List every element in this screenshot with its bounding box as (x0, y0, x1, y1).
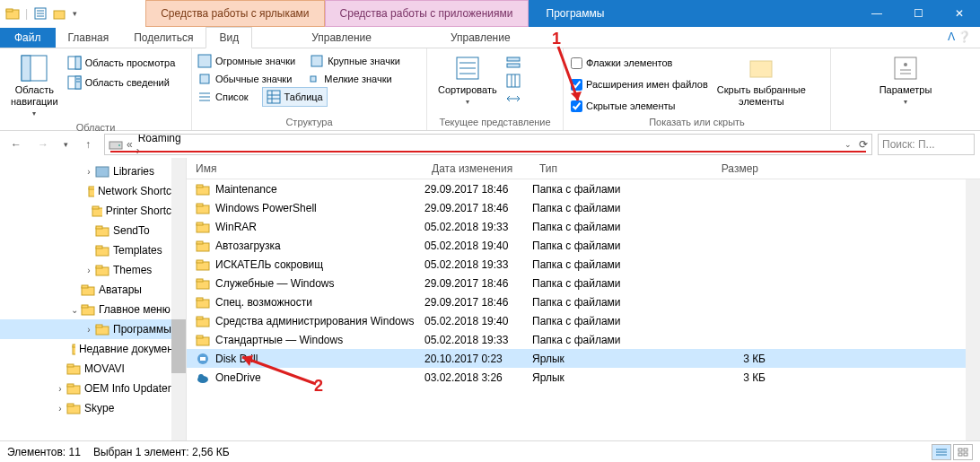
nav-pane-button[interactable]: Область навигации ▾ (7, 52, 62, 120)
row-type: Папка с файлами (532, 183, 649, 196)
expand-icon[interactable]: › (83, 325, 95, 335)
tab-home[interactable]: Главная (56, 28, 122, 48)
expand-icon[interactable]: › (83, 167, 95, 177)
tree-scrollbar[interactable] (171, 158, 186, 440)
subtab-manage-2[interactable]: Управление (424, 28, 538, 48)
context-tab-apps[interactable]: Средства работы с приложениями (325, 0, 529, 27)
group-by-icon[interactable] (506, 56, 521, 70)
status-selection: Выбран 1 элемент: 2,56 КБ (93, 446, 230, 458)
tree-item[interactable]: ›Themes (0, 260, 186, 280)
list-row[interactable]: Спец. возможности29.09.2017 18:46Папка с… (187, 292, 980, 311)
layout-table[interactable]: Таблица (263, 88, 327, 106)
list-row[interactable]: Стандартные — Windows05.02.2018 19:33Пап… (187, 330, 980, 349)
ribbon-toggle-icon[interactable]: ᐱ ❔ (948, 31, 971, 43)
list-row[interactable]: WinRAR05.02.2018 19:33Папка с файлами (187, 217, 980, 236)
huge-icons-icon (197, 54, 212, 68)
list-row[interactable]: Maintenance29.09.2017 18:46Папка с файла… (187, 179, 980, 198)
hide-selected-button[interactable]: Скрыть выбранные элементы (713, 52, 809, 109)
tree-item[interactable]: SendTo (0, 221, 186, 240)
svg-rect-87 (200, 357, 206, 361)
options-icon (891, 54, 920, 83)
column-headers[interactable]: Имя Дата изменения Тип Размер (187, 158, 980, 179)
list-row[interactable]: Автозагрузка05.02.2018 19:40Папка с файл… (187, 236, 980, 255)
tree-item[interactable]: ⌄Главное меню (0, 300, 186, 319)
layout-normal[interactable]: Обычные значки (197, 70, 292, 88)
context-tab-shortcuts[interactable]: Средства работы с ярлыками (145, 0, 324, 27)
view-icons-button[interactable] (953, 444, 973, 460)
layout-large[interactable]: Крупные значки (310, 52, 400, 70)
tree-item[interactable]: Аватары (0, 280, 186, 300)
expand-icon[interactable]: › (83, 266, 95, 275)
list-row[interactable]: Disk Drill20.10.2017 0:23Ярлык3 КБ (187, 349, 980, 368)
list-row[interactable]: Windows PowerShell29.09.2017 18:46Папка … (187, 198, 980, 217)
layout-list[interactable]: Список (197, 88, 249, 106)
expand-icon[interactable]: ⌄ (68, 305, 81, 315)
tree-item[interactable]: Templates (0, 240, 186, 260)
size-columns-icon[interactable] (506, 92, 521, 106)
add-columns-icon[interactable] (506, 74, 521, 88)
col-name[interactable]: Имя (187, 162, 424, 175)
col-size[interactable]: Размер (649, 162, 766, 175)
layout-huge[interactable]: Огромные значки (197, 52, 295, 70)
nav-recent-button[interactable]: ▾ (59, 134, 72, 155)
details-pane-button[interactable]: Область сведений (67, 74, 176, 92)
sort-button[interactable]: Сортировать ▾ (434, 52, 501, 109)
row-name: ИСКАТЕЛЬ сокровищ (215, 258, 323, 271)
nav-forward-button[interactable]: → (32, 134, 54, 155)
tree-item[interactable]: Network Shortcuts (0, 181, 186, 201)
tree-scroll-thumb[interactable] (171, 319, 186, 373)
list-row[interactable]: Средства администрирования Windows05.02.… (187, 311, 980, 330)
list-row[interactable]: OneDrive03.02.2018 3:26Ярлык3 КБ (187, 368, 980, 387)
row-name: Автозагрузка (215, 240, 281, 252)
check-flags[interactable]: Флажки элементов (571, 54, 708, 72)
nav-tree[interactable]: ›LibrariesNetwork ShortcutsPrinter Short… (0, 158, 187, 440)
new-folder-icon[interactable] (53, 6, 67, 21)
layout-small[interactable]: Мелкие значки (306, 70, 391, 88)
check-extensions[interactable]: Расширения имен файлов (571, 75, 708, 93)
svg-rect-47 (92, 206, 99, 209)
tree-item[interactable]: ›OEM Info Updater (0, 379, 186, 398)
tree-item[interactable]: Printer Shortcuts (0, 201, 186, 221)
breadcrumb-seg[interactable]: Roaming (135, 134, 244, 144)
chevron-icon[interactable]: « (125, 138, 135, 151)
qat-dropdown-icon[interactable]: ▾ (73, 9, 77, 18)
props-icon[interactable] (33, 6, 48, 21)
list-row[interactable]: Служебные — Windows29.09.2017 18:46Папка… (187, 274, 980, 292)
svg-rect-67 (67, 404, 74, 406)
expand-icon[interactable]: › (54, 384, 66, 394)
row-name: Служебные — Windows (215, 277, 335, 290)
tab-share[interactable]: Поделиться (121, 28, 206, 48)
tree-item[interactable]: ›Программы (0, 319, 186, 339)
svg-rect-32 (507, 74, 520, 87)
close-button[interactable]: ✕ (939, 0, 980, 27)
tree-item[interactable]: ›Skype (0, 398, 186, 418)
minimize-button[interactable]: — (856, 0, 897, 27)
window-title: Программы (529, 0, 623, 27)
svg-rect-65 (67, 384, 74, 387)
subtab-manage-1[interactable]: Управление (284, 28, 398, 48)
tree-item[interactable]: ›Libraries (0, 161, 186, 181)
tree-item[interactable]: Недавние документы (0, 339, 186, 359)
nav-back-button[interactable]: ← (5, 134, 27, 155)
row-type: Ярлык (532, 353, 649, 365)
tree-item[interactable]: MOVAVI (0, 359, 186, 379)
breadcrumb[interactable]: « Локальный диск (C:)›Пользователи›MERS›… (104, 134, 872, 155)
file-tab[interactable]: Файл (0, 28, 56, 48)
chevron-right-icon[interactable]: › (135, 144, 142, 155)
svg-rect-85 (197, 336, 203, 338)
tab-view[interactable]: Вид (206, 27, 252, 48)
search-input[interactable]: Поиск: П... (878, 134, 975, 155)
preview-pane-button[interactable]: Область просмотра (67, 54, 176, 72)
nav-up-button[interactable]: ↑ (77, 134, 99, 155)
maximize-button[interactable]: ☐ (897, 0, 939, 27)
refresh-icon[interactable]: ⟳ (859, 138, 868, 151)
list-scrollbar[interactable] (966, 179, 980, 440)
check-hidden[interactable]: Скрытые элементы (571, 97, 708, 115)
view-details-button[interactable] (932, 444, 951, 460)
options-button[interactable]: Параметры ▾ (876, 52, 936, 109)
col-type[interactable]: Тип (532, 162, 649, 175)
col-date[interactable]: Дата изменения (424, 162, 532, 175)
list-row[interactable]: ИСКАТЕЛЬ сокровищ05.02.2018 19:33Папка с… (187, 255, 980, 274)
addr-dropdown-icon[interactable]: ⌄ (844, 140, 852, 149)
expand-icon[interactable]: › (54, 404, 66, 414)
